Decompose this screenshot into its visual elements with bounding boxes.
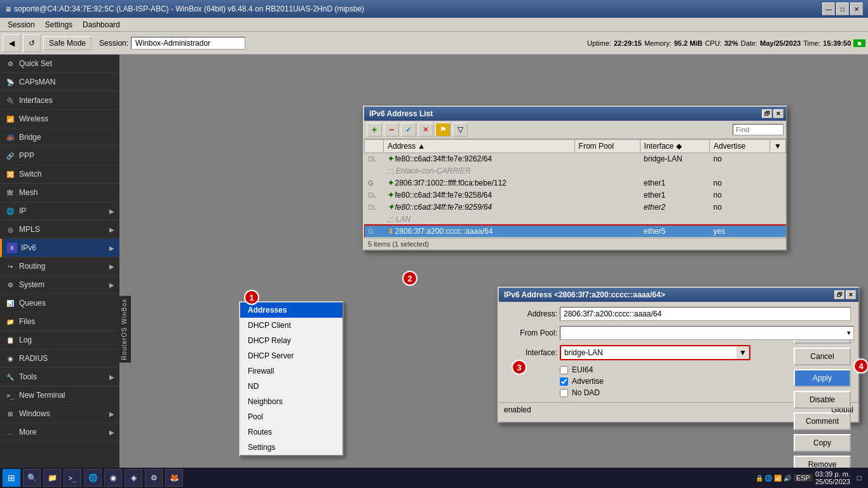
find-input[interactable]	[733, 124, 783, 135]
dropdown-item-addresses[interactable]: Addresses	[240, 302, 342, 318]
no-dad-checkbox[interactable]	[560, 389, 568, 397]
sidebar-item-queues[interactable]: 📊 Queues	[0, 294, 119, 313]
eui64-checkbox[interactable]	[560, 366, 568, 374]
taskbar-app1[interactable]: 🌐	[84, 469, 102, 487]
cpu-label: CPU:	[705, 39, 721, 47]
mpls-icon: ◎	[5, 224, 15, 234]
cancel-button[interactable]: Cancel	[794, 348, 851, 365]
sidebar-label-interfaces: Interfaces	[19, 96, 114, 105]
sidebar-item-more[interactable]: … More ▶	[0, 423, 119, 442]
ip-icon: 🌐	[5, 206, 15, 216]
interface-dropdown-btn[interactable]: ▼	[736, 346, 749, 359]
interface-label: Interface:	[506, 348, 557, 357]
cancel-button[interactable]: ✕	[418, 123, 433, 137]
table-row[interactable]: G ✦2806:3f7:1002::ffff:f0ca:bebe/112 eth…	[365, 177, 786, 189]
dropdown-item-routes[interactable]: Routes	[240, 424, 342, 440]
remove-button[interactable]: −	[384, 123, 399, 137]
menu-dashboard[interactable]: Dashboard	[78, 19, 125, 30]
dropdown-item-firewall[interactable]: Firewall	[240, 363, 342, 379]
sidebar-item-ip[interactable]: 🌐 IP ▶	[0, 202, 119, 220]
dropdown-item-dhcp-client[interactable]: DHCP Client	[240, 318, 342, 333]
sidebar-item-windows[interactable]: ⊞ Windows ▶	[0, 405, 119, 423]
sidebar-item-files[interactable]: 📁 Files	[0, 313, 119, 331]
sidebar-item-routing[interactable]: ↪ Routing ▶	[0, 257, 119, 276]
sidebar-item-interfaces[interactable]: 🔌 Interfaces	[0, 92, 119, 110]
sidebar-item-ipv6[interactable]: 6 IPv6 ▶	[0, 239, 119, 257]
ipv6-addr-restore-button[interactable]: 🗗	[834, 290, 844, 299]
table-row[interactable]: ;;; Enlace-con-CARRIER	[365, 165, 786, 177]
apply-button[interactable]: Apply	[794, 369, 851, 387]
address-input[interactable]	[560, 307, 851, 321]
menu-session[interactable]: Session	[3, 19, 40, 30]
table-row[interactable]: DL ✦fe80::c6ad:34ff:fe7e:9262/64 bridge-…	[365, 153, 786, 165]
sidebar-item-wireless[interactable]: 📶 Wireless	[0, 110, 119, 128]
col-address[interactable]: Address ▲	[384, 140, 575, 153]
add-button[interactable]: +	[367, 123, 382, 137]
taskbar-firefox[interactable]: 🦊	[165, 469, 183, 487]
sidebar-item-mesh[interactable]: 🕸 Mesh	[0, 184, 119, 202]
advertise-checkbox[interactable]	[560, 377, 568, 386]
taskbar-settings[interactable]: ⚙	[145, 469, 163, 487]
safe-mode-button[interactable]: Safe Mode	[43, 36, 92, 50]
maximize-button[interactable]: □	[836, 3, 849, 15]
sidebar-item-mpls[interactable]: ◎ MPLS ▶	[0, 220, 119, 239]
sidebar-item-bridge[interactable]: 🌉 Bridge	[0, 128, 119, 147]
col-interface[interactable]: Interface ◆	[640, 140, 710, 153]
sidebar-item-radius[interactable]: ◉ RADIUS	[0, 349, 119, 368]
disable-button[interactable]: Disable	[794, 391, 851, 409]
table-row[interactable]: DL ✦fe80::c6ad:34ff:fe7e:9258/64 ether1 …	[365, 189, 786, 201]
sidebar-item-system[interactable]: ⚙ System ▶	[0, 276, 119, 294]
sidebar-item-tools[interactable]: 🔧 Tools ▶	[0, 368, 119, 386]
date-value: May/25/2023	[760, 39, 801, 47]
dropdown-item-dhcp-server[interactable]: DHCP Server	[240, 348, 342, 363]
sidebar-label-routing: Routing	[19, 262, 105, 271]
taskbar-folder[interactable]: 📁	[43, 469, 61, 487]
minimize-button[interactable]: —	[822, 3, 835, 15]
row-flag: DL	[365, 153, 384, 165]
taskbar-right: 🔒 🌐 📶 🔊 ESP 03:39 p. m. 25/05/2023 □	[756, 470, 865, 485]
sidebar-label-mpls: MPLS	[19, 225, 105, 234]
ipv6-list-restore-button[interactable]: 🗗	[762, 109, 772, 118]
flag-button[interactable]: ⚑	[435, 123, 451, 137]
sidebar-item-switch[interactable]: 🔀 Switch	[0, 165, 119, 184]
col-from-pool[interactable]: From Pool	[574, 140, 640, 153]
sidebar-label-quick-set: Quick Set	[19, 59, 114, 68]
dropdown-item-settings[interactable]: Settings	[240, 440, 342, 455]
row-interface: bridge-LAN	[640, 153, 710, 165]
sidebar-item-capsman[interactable]: 📡 CAPsMAN	[0, 73, 119, 92]
comment-button[interactable]: Comment	[794, 412, 851, 430]
taskbar-edge[interactable]: ◈	[125, 469, 142, 487]
sidebar-item-quick-set[interactable]: ⚙ Quick Set	[0, 55, 119, 73]
ipv6-addr-title: IPv6 Address <2806:3f7:a200:cccc::aaaa/6…	[501, 290, 833, 299]
advertise-label: Advertise	[572, 377, 604, 386]
ipv6-addr-close-button[interactable]: ✕	[846, 290, 856, 299]
taskbar-chrome[interactable]: ◉	[104, 469, 122, 487]
sidebar-item-ppp[interactable]: 🔗 PPP	[0, 147, 119, 165]
dropdown-item-neighbors[interactable]: Neighbors	[240, 394, 342, 409]
apply-button[interactable]: ✓	[401, 123, 416, 137]
close-button[interactable]: ✕	[850, 3, 863, 15]
dropdown-item-pool[interactable]: Pool	[240, 409, 342, 424]
back-button[interactable]: ◀	[3, 34, 20, 52]
table-row[interactable]: DL ✦fe80::c6ad:34ff:fe7e:9259/64 ether2 …	[365, 201, 786, 214]
taskbar-terminal[interactable]: >_	[64, 469, 81, 487]
interface-input[interactable]	[561, 346, 736, 359]
remove-button[interactable]: Remove	[794, 456, 851, 468]
filter-button[interactable]: ▽	[452, 123, 468, 137]
from-pool-input[interactable]	[560, 326, 854, 340]
ipv6-list-close-button[interactable]: ✕	[773, 109, 783, 118]
copy-button[interactable]: Copy	[794, 434, 851, 452]
taskbar-search[interactable]: 🔍	[23, 469, 41, 487]
col-advertise[interactable]: Advertise	[710, 140, 770, 153]
dropdown-item-nd[interactable]: ND	[240, 379, 342, 394]
sidebar-item-log[interactable]: 📋 Log	[0, 331, 119, 349]
table-row[interactable]: ;;; LAN	[365, 214, 786, 226]
start-button[interactable]: ⊞	[3, 469, 20, 487]
sidebar-item-new-terminal[interactable]: >_ New Terminal	[0, 386, 119, 405]
sidebar-label-capsman: CAPsMAN	[19, 78, 114, 86]
col-more: ▼	[770, 140, 786, 153]
dropdown-item-dhcp-relay[interactable]: DHCP Relay	[240, 333, 342, 348]
forward-button[interactable]: ↺	[23, 34, 41, 52]
menu-settings[interactable]: Settings	[40, 19, 78, 30]
table-row-selected[interactable]: G ⬇2806:3f7:a200:cccc::aaaa/64 ether5 ye…	[365, 226, 786, 238]
